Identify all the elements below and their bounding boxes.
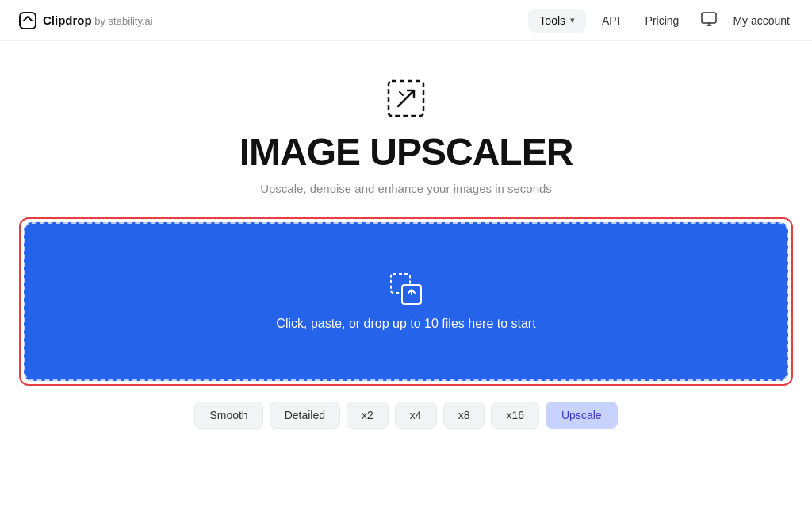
upscale-button[interactable]: Upscale <box>546 402 618 429</box>
my-account-button[interactable]: My account <box>730 9 793 33</box>
x8-button[interactable]: x8 <box>443 402 485 429</box>
nav-actions: Tools ▾ API Pricing My account <box>528 7 793 34</box>
page-title: IMAGE UPSCALER <box>239 130 573 174</box>
api-link[interactable]: API <box>592 9 630 33</box>
tools-button[interactable]: Tools ▾ <box>528 9 586 33</box>
navbar: Clipdrop by stability.ai Tools ▾ API Pri… <box>0 0 812 41</box>
brand-name: Clipdrop by stability.ai <box>43 13 153 28</box>
smooth-button[interactable]: Smooth <box>194 402 262 429</box>
chevron-down-icon: ▾ <box>570 15 575 25</box>
x4-button[interactable]: x4 <box>395 402 437 429</box>
monitor-icon <box>701 12 717 26</box>
clipdrop-logo-icon <box>19 12 36 29</box>
controls-bar: Smooth Detailed x2 x4 x8 x16 Upscale <box>194 402 617 429</box>
dropzone-wrapper: Click, paste, or drop up to 10 files her… <box>19 217 793 386</box>
x2-button[interactable]: x2 <box>347 402 389 429</box>
x16-button[interactable]: x16 <box>491 402 539 429</box>
logo-group: Clipdrop by stability.ai <box>19 12 153 29</box>
dropzone[interactable]: Click, paste, or drop up to 10 files her… <box>24 222 788 381</box>
pricing-link[interactable]: Pricing <box>636 9 689 33</box>
dropzone-label: Click, paste, or drop up to 10 files her… <box>276 317 535 331</box>
upload-icon <box>389 272 423 306</box>
display-icon-button[interactable] <box>695 7 723 34</box>
svg-rect-1 <box>702 13 716 23</box>
svg-rect-0 <box>20 13 36 29</box>
page-subtitle: Upscale, denoise and enhance your images… <box>260 182 552 195</box>
main-content: IMAGE UPSCALER Upscale, denoise and enha… <box>0 41 812 448</box>
detailed-button[interactable]: Detailed <box>270 402 340 429</box>
upscaler-hero-icon <box>387 79 425 117</box>
